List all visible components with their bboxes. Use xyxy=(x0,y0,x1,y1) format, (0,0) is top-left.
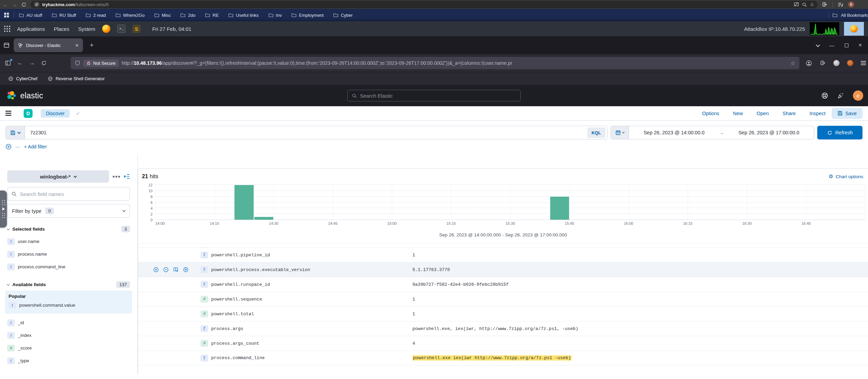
applications-grid-icon[interactable] xyxy=(4,26,10,32)
date-from[interactable]: Sep 26, 2023 @ 14:00:00.0 xyxy=(629,130,719,135)
refresh-button[interactable]: Refresh xyxy=(817,126,863,139)
editor-launcher-icon[interactable]: S xyxy=(132,25,141,33)
reload-icon[interactable] xyxy=(41,60,47,66)
saved-query-menu[interactable] xyxy=(6,126,25,139)
histogram-bar[interactable] xyxy=(234,185,254,220)
firefox-bookmark[interactable]: CyberChef xyxy=(8,76,37,81)
filter-for-value-icon[interactable] xyxy=(153,267,159,272)
field-item[interactable]: t user.name xyxy=(7,235,130,248)
bookmark-star-icon[interactable]: ☆ xyxy=(791,60,795,66)
zoom-icon[interactable] xyxy=(802,2,807,7)
new-tab-button[interactable]: + xyxy=(90,41,94,49)
add-filter-button[interactable]: + Add filter xyxy=(24,144,47,149)
query-language-badge[interactable]: KQL xyxy=(587,127,605,138)
field-item[interactable]: t _id xyxy=(7,316,130,329)
forward-icon[interactable]: → xyxy=(29,60,35,66)
back-icon[interactable]: ← xyxy=(17,60,23,66)
site-settings-icon[interactable] xyxy=(34,2,39,7)
date-to[interactable]: Sep 26, 2023 @ 17:00:00.0 xyxy=(724,130,814,135)
maximize-icon[interactable] xyxy=(845,44,848,47)
bookmark-star-icon[interactable]: ☆ xyxy=(810,2,814,7)
bookmark-folder[interactable]: Cyber xyxy=(333,13,353,18)
field-item[interactable]: # _score xyxy=(7,342,130,354)
table-row[interactable]: t powershell xyxy=(138,243,868,247)
system-monitor-graph[interactable] xyxy=(810,22,839,35)
bookmark-folder[interactable]: 2 read xyxy=(86,13,106,18)
not-secure-badge[interactable]: Not Secure xyxy=(83,60,119,67)
table-row[interactable]: t powershell.process.executable_version … xyxy=(138,262,868,277)
date-range-picker[interactable]: Sep 26, 2023 @ 14:00:00.0 → Sep 26, 2023… xyxy=(611,126,814,139)
extensions-icon[interactable] xyxy=(822,2,828,8)
index-pattern-selector[interactable]: winlogbeat-* xyxy=(7,170,109,183)
firefox-bookmark[interactable]: Reverse Shell Generator xyxy=(48,76,105,81)
vm-clock[interactable]: Fri 27 Feb, 04:01 xyxy=(152,26,191,32)
toolbar-link[interactable]: Open xyxy=(757,111,769,116)
table-row[interactable]: # powershell.total 1 xyxy=(138,306,868,321)
extension-orange-icon[interactable] xyxy=(847,60,853,66)
all-bookmarks-label[interactable]: All Bookmarks xyxy=(841,13,868,18)
table-row[interactable]: t process.args powershell.exe, iex(iwr, … xyxy=(138,321,868,336)
breadcrumb[interactable]: Discover xyxy=(41,109,70,118)
close-window-icon[interactable]: × xyxy=(859,42,862,48)
query-input[interactable] xyxy=(25,126,587,139)
vm-menu-item[interactable]: Places xyxy=(54,26,69,32)
bookmark-folder[interactable]: RE xyxy=(205,13,219,18)
available-fields-header[interactable]: Available fields 137 xyxy=(7,281,130,288)
chrome-profile-avatar[interactable]: B xyxy=(848,1,854,8)
terminal-launcher-icon[interactable]: >_ xyxy=(117,25,125,33)
menu-icon[interactable] xyxy=(861,61,866,65)
field-search-input[interactable] xyxy=(20,191,126,197)
bookmark-folder[interactable]: RU Stuff xyxy=(52,13,76,18)
shield-icon[interactable] xyxy=(75,60,80,66)
filter-icon[interactable] xyxy=(5,144,12,150)
histogram-plot[interactable] xyxy=(155,185,865,220)
field-item[interactable]: t powershell.command.value xyxy=(9,299,129,311)
split-view-handle[interactable] xyxy=(0,191,7,228)
date-quick-menu[interactable] xyxy=(611,126,629,139)
account-icon[interactable] xyxy=(806,60,812,66)
vm-menu-item[interactable]: Applications xyxy=(17,26,45,32)
field-item[interactable]: t process.name xyxy=(7,248,130,260)
histogram-bar[interactable] xyxy=(550,197,569,220)
field-settings-icon[interactable] xyxy=(113,176,120,178)
list-tabs-icon[interactable] xyxy=(816,42,820,47)
selected-fields-header[interactable]: Selected fields 3 xyxy=(7,226,130,232)
minimize-icon[interactable]: — xyxy=(829,42,834,48)
table-row[interactable]: # powershell.sequence 1 xyxy=(138,292,868,306)
user-avatar[interactable]: e xyxy=(853,90,863,101)
chrome-back-icon[interactable]: ← xyxy=(3,2,8,8)
apps-grid-icon[interactable] xyxy=(4,13,9,17)
extensions-puzzle-icon[interactable] xyxy=(820,60,826,66)
sidebar-toggle-icon[interactable] xyxy=(5,60,11,66)
bookmark-folder[interactable]: Inv xyxy=(268,13,282,18)
table-row[interactable]: # process.args_count 4 xyxy=(138,336,868,351)
media-controls-icon[interactable] xyxy=(837,2,843,8)
query-input-box[interactable]: KQL xyxy=(5,126,607,139)
field-search-box[interactable] xyxy=(7,187,130,201)
firefox-address-bar[interactable]: Not Secure http://10.48.173.96/app/disco… xyxy=(71,57,799,69)
bookmark-folder[interactable]: Employment xyxy=(291,13,324,18)
browser-tab[interactable]: Discover - Elastic ✕ xyxy=(14,38,83,52)
chrome-reload-icon[interactable] xyxy=(21,2,26,7)
table-row[interactable]: t powershell.pipeline_id 1 xyxy=(138,247,868,262)
toolbar-link[interactable]: Inspect xyxy=(809,111,825,116)
cast-off-icon[interactable] xyxy=(794,2,799,7)
histogram-bar[interactable] xyxy=(254,217,274,220)
filter-exists-icon[interactable] xyxy=(183,267,189,272)
elastic-search-input[interactable] xyxy=(360,93,516,99)
toolbar-link[interactable]: Share xyxy=(782,111,796,116)
collapse-sidebar-icon[interactable] xyxy=(124,173,130,180)
firefox-launcher-icon[interactable] xyxy=(102,25,110,33)
elastic-search-box[interactable] xyxy=(347,90,521,101)
help-icon[interactable] xyxy=(821,92,828,99)
chrome-address-bar[interactable]: tryhackme.com/fullscreen-vms/0 ☆ xyxy=(31,1,818,8)
bookmark-folder[interactable]: 2do xyxy=(180,13,195,18)
space-badge[interactable]: D xyxy=(24,109,33,118)
field-item[interactable]: t process.command_line xyxy=(7,260,130,273)
extension-globe-icon[interactable] xyxy=(833,60,840,66)
filter-out-value-icon[interactable] xyxy=(163,267,169,272)
field-item[interactable]: t _type xyxy=(7,354,130,367)
bookmark-folder[interactable]: Misc xyxy=(154,13,171,18)
toggle-column-icon[interactable] xyxy=(173,267,179,272)
tab-close-icon[interactable]: ✕ xyxy=(75,43,79,48)
